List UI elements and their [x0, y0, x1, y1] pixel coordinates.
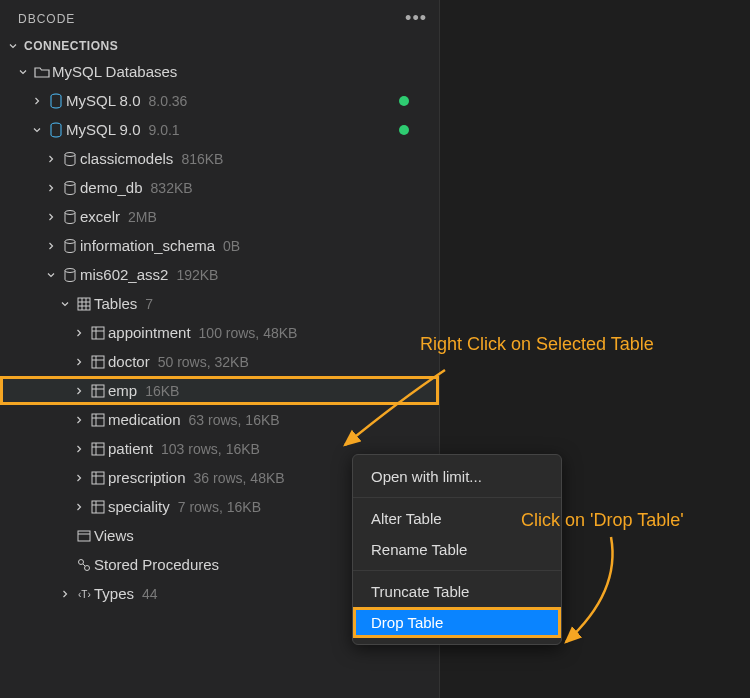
group-label: MySQL Databases — [52, 63, 177, 80]
db-size: 2MB — [128, 209, 157, 225]
tree-database[interactable]: information_schema0B — [0, 231, 439, 260]
table-meta: 16KB — [145, 383, 179, 399]
table-icon — [88, 325, 108, 341]
types-icon: ‹T› — [74, 586, 94, 602]
chevron-down-icon — [28, 124, 46, 136]
chevron-right-icon — [70, 472, 88, 484]
menu-open-with-limit[interactable]: Open with limit... — [353, 461, 561, 492]
procs-label: Stored Procedures — [94, 556, 219, 573]
table-icon — [88, 470, 108, 486]
chevron-right-icon — [70, 443, 88, 455]
database-icon — [60, 151, 80, 167]
svg-rect-11 — [92, 472, 104, 484]
database-icon — [60, 180, 80, 196]
db-size: 832KB — [151, 180, 193, 196]
svg-text:‹T›: ‹T› — [78, 589, 91, 600]
chevron-right-icon — [42, 240, 60, 252]
svg-point-3 — [65, 239, 75, 243]
svg-rect-9 — [92, 414, 104, 426]
tree-server[interactable]: MySQL 8.0 8.0.36 — [0, 86, 439, 115]
chevron-right-icon — [70, 414, 88, 426]
table-name: prescription — [108, 469, 186, 486]
svg-rect-6 — [92, 327, 104, 339]
server-version: 8.0.36 — [148, 93, 187, 109]
db-size: 192KB — [176, 267, 218, 283]
tree-database[interactable]: excelr2MB — [0, 202, 439, 231]
chevron-right-icon — [42, 182, 60, 194]
views-label: Views — [94, 527, 134, 544]
database-icon — [60, 267, 80, 283]
svg-rect-12 — [92, 501, 104, 513]
table-icon — [88, 383, 108, 399]
chevron-right-icon — [70, 356, 88, 368]
tree-tables-folder[interactable]: Tables7 — [0, 289, 439, 318]
context-menu: Open with limit... Alter Table Rename Ta… — [352, 454, 562, 645]
table-icon — [88, 412, 108, 428]
table-icon — [88, 441, 108, 457]
db-size: 816KB — [181, 151, 223, 167]
database-icon — [60, 238, 80, 254]
chevron-down-icon — [42, 269, 60, 281]
menu-separator — [353, 570, 561, 571]
more-icon[interactable]: ••• — [405, 8, 427, 29]
section-connections[interactable]: CONNECTIONS — [0, 35, 439, 57]
table-meta: 7 rows, 16KB — [178, 499, 261, 515]
table-name: patient — [108, 440, 153, 457]
panel-title: DBCODE — [18, 12, 75, 26]
status-online-icon — [399, 125, 409, 135]
tree-database[interactable]: mis602_ass2192KB — [0, 260, 439, 289]
table-icon — [88, 354, 108, 370]
tree-database[interactable]: demo_db832KB — [0, 173, 439, 202]
chevron-down-icon — [14, 66, 32, 78]
server-name: MySQL 9.0 — [66, 121, 140, 138]
db-name: excelr — [80, 208, 120, 225]
table-meta: 36 rows, 48KB — [194, 470, 285, 486]
procedure-icon — [74, 557, 94, 573]
chevron-right-icon — [42, 211, 60, 223]
db-name: mis602_ass2 — [80, 266, 168, 283]
menu-separator — [353, 497, 561, 498]
panel-header: DBCODE ••• — [0, 0, 439, 35]
table-meta: 103 rows, 16KB — [161, 441, 260, 457]
tree-server[interactable]: MySQL 9.0 9.0.1 — [0, 115, 439, 144]
menu-rename-table[interactable]: Rename Table — [353, 534, 561, 565]
database-icon — [60, 209, 80, 225]
status-online-icon — [399, 96, 409, 106]
svg-rect-8 — [92, 385, 104, 397]
menu-drop-table[interactable]: Drop Table — [353, 607, 561, 638]
db-name: classicmodels — [80, 150, 173, 167]
svg-point-0 — [65, 152, 75, 156]
types-count: 44 — [142, 586, 158, 602]
tables-count: 7 — [145, 296, 153, 312]
svg-point-2 — [65, 210, 75, 214]
types-label: Types — [94, 585, 134, 602]
chevron-right-icon — [28, 95, 46, 107]
annotation-drop-table: Click on 'Drop Table' — [521, 510, 684, 531]
svg-rect-13 — [78, 531, 90, 541]
server-name: MySQL 8.0 — [66, 92, 140, 109]
tree-table[interactable]: appointment100 rows, 48KB — [0, 318, 439, 347]
table-name: emp — [108, 382, 137, 399]
arrow-icon — [556, 532, 636, 652]
database-connection-icon — [46, 93, 66, 109]
svg-rect-10 — [92, 443, 104, 455]
db-name: information_schema — [80, 237, 215, 254]
arrow-icon — [330, 360, 460, 460]
folder-icon — [32, 64, 52, 80]
views-icon — [74, 528, 94, 544]
chevron-right-icon — [70, 501, 88, 513]
chevron-right-icon — [56, 588, 74, 600]
svg-point-4 — [65, 268, 75, 272]
tree-group[interactable]: MySQL Databases — [0, 57, 439, 86]
svg-point-1 — [65, 181, 75, 185]
chevron-down-icon — [56, 298, 74, 310]
svg-rect-7 — [92, 356, 104, 368]
chevron-right-icon — [70, 385, 88, 397]
menu-truncate-table[interactable]: Truncate Table — [353, 576, 561, 607]
table-name: appointment — [108, 324, 191, 341]
chevron-right-icon — [70, 327, 88, 339]
table-name: doctor — [108, 353, 150, 370]
tree-database[interactable]: classicmodels816KB — [0, 144, 439, 173]
annotation-right-click: Right Click on Selected Table — [420, 334, 654, 355]
server-version: 9.0.1 — [148, 122, 179, 138]
